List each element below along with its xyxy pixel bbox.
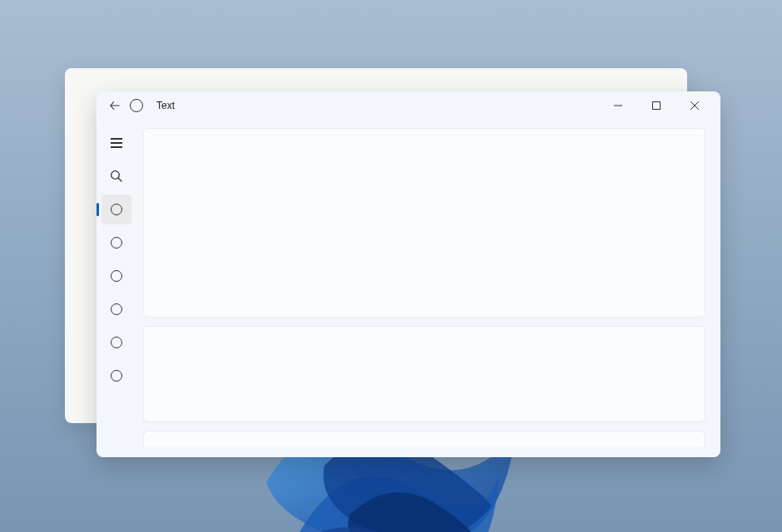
minimize-button[interactable] bbox=[599, 91, 637, 120]
back-button[interactable] bbox=[108, 99, 121, 112]
nav-rail bbox=[97, 120, 136, 457]
nav-item-2[interactable] bbox=[101, 228, 131, 258]
nav-item-6[interactable] bbox=[101, 361, 131, 391]
circle-icon bbox=[111, 370, 122, 382]
app-icon bbox=[130, 99, 143, 112]
nav-item-4[interactable] bbox=[101, 294, 131, 324]
app-title: Text bbox=[156, 100, 175, 111]
maximize-button[interactable] bbox=[637, 91, 676, 120]
search-icon bbox=[110, 170, 123, 183]
nav-item-3[interactable] bbox=[101, 261, 131, 291]
svg-rect-2 bbox=[653, 102, 661, 110]
nav-item-5[interactable] bbox=[101, 328, 131, 357]
svg-line-6 bbox=[118, 178, 121, 181]
nav-item-1[interactable] bbox=[101, 195, 131, 224]
circle-icon bbox=[111, 270, 122, 282]
content-area bbox=[136, 120, 720, 457]
titlebar: Text bbox=[97, 91, 720, 120]
content-card-2 bbox=[143, 326, 705, 422]
circle-icon bbox=[111, 237, 122, 249]
minimize-icon bbox=[614, 101, 622, 110]
close-icon bbox=[690, 101, 699, 110]
circle-icon bbox=[111, 204, 122, 215]
close-button[interactable] bbox=[676, 91, 714, 120]
nav-hamburger[interactable] bbox=[101, 128, 131, 158]
hamburger-icon bbox=[111, 138, 122, 148]
nav-search[interactable] bbox=[101, 161, 131, 191]
back-arrow-icon bbox=[109, 100, 121, 111]
content-card-3 bbox=[143, 431, 705, 447]
window-body bbox=[97, 120, 720, 457]
circle-icon bbox=[111, 303, 122, 315]
content-card-1 bbox=[143, 128, 705, 318]
main-window: Text bbox=[97, 91, 720, 457]
maximize-icon bbox=[652, 101, 661, 110]
circle-icon bbox=[111, 337, 122, 348]
